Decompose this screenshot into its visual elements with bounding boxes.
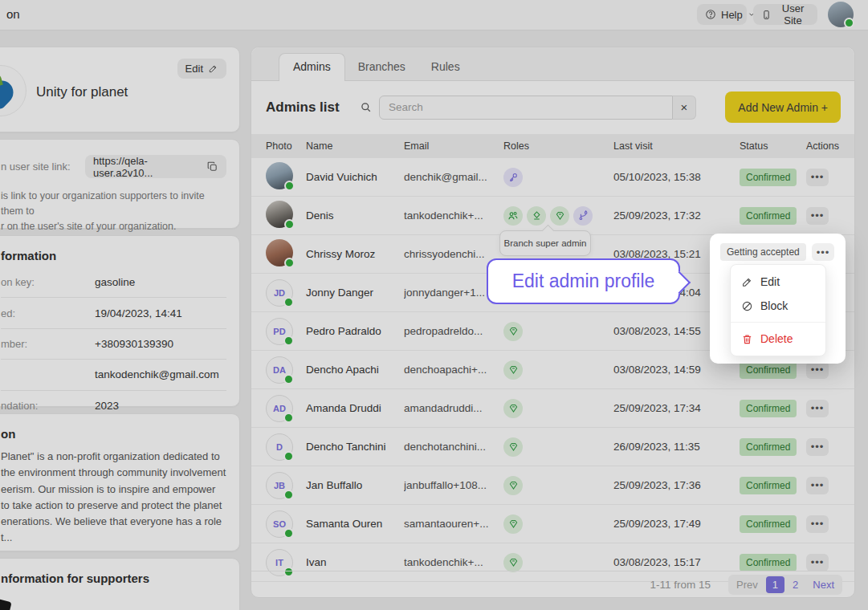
row-actions-button[interactable]: ••• [812, 243, 834, 261]
menu-divider [731, 322, 825, 323]
callout-text: Edit admin profile [512, 270, 655, 292]
block-icon [741, 300, 753, 312]
menu-item-edit[interactable]: Edit [731, 270, 825, 294]
trash-icon [741, 333, 753, 345]
actions-spotlight: Getting accepted ••• Edit Block Delete [710, 234, 846, 364]
onboarding-callout: Edit admin profile [487, 258, 680, 304]
status-badge: Getting accepted [720, 243, 806, 261]
menu-item-delete[interactable]: Delete [731, 327, 825, 351]
pencil-icon [741, 276, 753, 288]
menu-item-block[interactable]: Block [731, 294, 825, 318]
row-context-menu: Edit Block Delete [730, 264, 826, 356]
